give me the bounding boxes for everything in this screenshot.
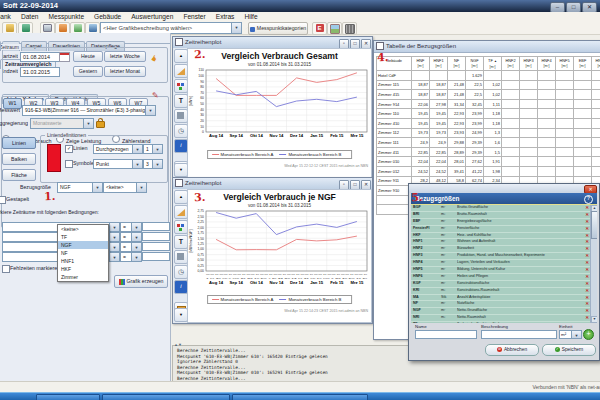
add-icon[interactable]: + (583, 329, 594, 340)
chevron-down-icon[interactable]: ▼ (109, 253, 119, 261)
table-row[interactable]: Zimmer 11124,924,929,8829,391,6 (377, 138, 600, 148)
menu-item-messpunkte[interactable]: Messpunkte (44, 13, 90, 20)
menu-item-daten[interactable]: Daten (16, 13, 44, 20)
dialog-scrollbar[interactable]: ▲▼ (590, 205, 597, 323)
menu-item-hilfe[interactable]: Hilfe (239, 13, 262, 20)
dropdown-option-Zimmer[interactable]: Zimmer (58, 273, 108, 281)
calendar-icon[interactable] (59, 52, 70, 62)
delete-icon[interactable]: ✕ (585, 260, 589, 266)
color-swatch-icon[interactable] (174, 250, 188, 264)
pencil-icon[interactable]: ✎ (152, 91, 159, 100)
name-input[interactable] (415, 330, 477, 339)
delete-icon[interactable]: ✕ (585, 315, 589, 321)
balken-button[interactable]: Balken (2, 153, 36, 165)
messpunktkategorien-button[interactable]: Messpunktkategorien (248, 22, 308, 35)
bezugsgroesse-row-hkf[interactable]: HKFm²Heiz- und Kühlfläche✕ (411, 233, 597, 240)
table-row[interactable]: Zimmer 01224,5224,5239,4141,221,98 (377, 166, 600, 176)
area-chart-icon[interactable] (174, 205, 188, 219)
chevron-down-icon[interactable]: ▼ (109, 243, 119, 251)
delete-icon[interactable]: ✕ (585, 322, 589, 323)
palette-icon[interactable] (174, 220, 188, 234)
column-header-hnf5[interactable]: HNF5[m²] (556, 57, 574, 71)
chevron-down-icon[interactable]: ▼ (571, 331, 581, 338)
delete-icon[interactable]: ✕ (585, 239, 589, 245)
chevron-down-icon[interactable]: ▼ (132, 145, 142, 153)
scroll-up-icon[interactable]: ▲ (174, 49, 188, 63)
scroll-down-icon[interactable]: ▼ (174, 163, 188, 177)
table-row[interactable]: Zimmer 41122,8522,8528,8929,391,5 (377, 147, 600, 157)
chevron-down-icon[interactable]: ▼ (131, 243, 141, 251)
scroll-up-icon[interactable]: ▲ (174, 190, 188, 204)
help-icon[interactable]: ? (584, 195, 593, 204)
table-row[interactable]: Zimmer 41019,4519,4522,9323,991,18 (377, 118, 600, 128)
grafik-erzeugen-button[interactable]: Grafik erzeugen (114, 275, 168, 288)
column-header-hnf1[interactable]: HNF1[m²] (430, 57, 448, 71)
bezugsgroesse-row-hnf4[interactable]: HNF4m²Lagern, Verteilen und Verkaufen✕ (411, 260, 597, 267)
column-header-hnf3[interactable]: HNF3[m²] (520, 57, 538, 71)
bezugsgroesse-row-fensterfl[interactable]: FensterFlm²Fensterfläche✕ (411, 226, 597, 233)
symbol-size-combo[interactable]: 3▼ (143, 159, 163, 169)
flaeche-button[interactable]: Fläche (2, 169, 36, 181)
splitter-arrows-icon[interactable]: ▲▼ (174, 342, 182, 347)
delete-icon[interactable]: ✕ (585, 246, 589, 252)
chevron-down-icon[interactable]: ▼ (152, 160, 162, 168)
taskbar-item[interactable] (36, 394, 100, 400)
delete-icon[interactable]: ✕ (585, 308, 589, 314)
scroll-down-icon[interactable]: ▼ (174, 308, 188, 322)
chevron-down-icon[interactable]: ▼ (131, 233, 141, 241)
bezugsgroesse-row-bgf[interactable]: BGFm²Brutto-Grundfläche✕ (411, 205, 597, 212)
bezugsgroesse-row-nf[interactable]: NFm²Nutzfläche✕ (411, 301, 597, 308)
condition-value-field[interactable] (142, 242, 170, 251)
delete-icon[interactable]: ✕ (585, 253, 589, 259)
text-icon[interactable]: T (174, 235, 188, 249)
line-width-combo[interactable]: 1▼ (143, 144, 163, 154)
einheit-combo[interactable]: m²▼ (559, 330, 582, 339)
chevron-down-icon[interactable]: ▼ (231, 23, 241, 33)
bezugsgroesse-row-kgf[interactable]: KGFm²Konstruktionsfläche✕ (411, 281, 597, 288)
chevron-down-icon[interactable]: ▼ (92, 183, 102, 192)
delete-icon[interactable]: ✕ (585, 233, 589, 239)
dropdown-option-HNF1[interactable]: HNF1 (58, 257, 108, 265)
building-icon[interactable] (342, 22, 357, 35)
dropdown-option-keine[interactable]: <keine> (58, 225, 108, 233)
delete-icon[interactable]: ✕ (585, 212, 589, 218)
delete-icon[interactable]: ✕ (585, 267, 589, 273)
operator-combo[interactable]: =▼ (120, 242, 142, 252)
table-window-title-bar[interactable]: Tabelle der Bezugsgrößen (374, 41, 600, 53)
palette-icon[interactable] (174, 79, 188, 93)
bezugsgroesse-row-hnf5[interactable]: HNF5m²Bildung, Unterricht und Kultur✕ (411, 267, 597, 274)
bezugsgroesse-row-hnf1[interactable]: HNF1m²Wohnen und Aufenthalt✕ (411, 239, 597, 246)
dialog-title-strip[interactable]: ✕ (409, 184, 599, 193)
menu-item-auswertungen[interactable]: Auswertungen (126, 13, 178, 20)
info-icon[interactable]: i (174, 139, 188, 153)
column-header-nf[interactable]: NF[m²] (448, 57, 466, 71)
bezugsgroesse-row-hnf6[interactable]: HNF6m²Heilen und Pflegen✕ (411, 274, 597, 281)
delete-icon[interactable]: ✕ (585, 281, 589, 287)
taskbar-item[interactable] (232, 394, 368, 400)
operator-combo[interactable]: =▼ (120, 232, 142, 242)
linien-checkbox[interactable]: ✓ (65, 145, 73, 153)
line-style-combo[interactable]: Durchgezogen▼ (93, 144, 143, 154)
chevron-down-icon[interactable]: ▼ (109, 233, 119, 241)
dropdown-option-NF[interactable]: NF (58, 249, 108, 257)
chevron-down-icon[interactable]: ▼ (145, 106, 155, 115)
scroll-down-icon[interactable]: ▼ (591, 316, 597, 323)
messwert-combo[interactable]: 916-E3-WB|Zimmer 916 — Stromzähler (E3) … (22, 105, 156, 116)
column-header-tf[interactable]: TF ▲[m²] (484, 57, 502, 71)
chevron-down-icon[interactable]: ▼ (109, 223, 119, 231)
delete-icon[interactable]: ✕ (585, 205, 589, 211)
bezugsgroesse-row-hnf3[interactable]: HNF3m²Produktion, Hand- und Maschinenarb… (411, 253, 597, 260)
chevron-down-icon[interactable]: ▼ (131, 223, 141, 231)
chevron-down-icon[interactable]: ▼ (136, 183, 146, 192)
letzte-woche-button[interactable]: letzte Woche (104, 51, 146, 62)
delete-icon[interactable]: ✕ (585, 295, 589, 301)
table-row[interactable]: Zimmer 11019,4519,4522,9323,991,18 (377, 109, 600, 119)
excel-export-icon[interactable]: E (312, 22, 327, 35)
bezugsgroesse-row-ma[interactable]: MAStkAnzahl Arbeitsplätze✕ (411, 295, 597, 302)
column-header-hnf[interactable]: HNF[m²] (412, 57, 430, 71)
delete-icon[interactable]: ✕ (585, 288, 589, 294)
dropdown-option-HKF[interactable]: HKF (58, 265, 108, 273)
bezugsgroesse-row-kri[interactable]: KRIm³Konstruktions-Rauminhalt✕ (411, 288, 597, 295)
condition-value-field[interactable] (142, 252, 170, 261)
menu-item-gebäude[interactable]: Gebäude (89, 13, 126, 20)
